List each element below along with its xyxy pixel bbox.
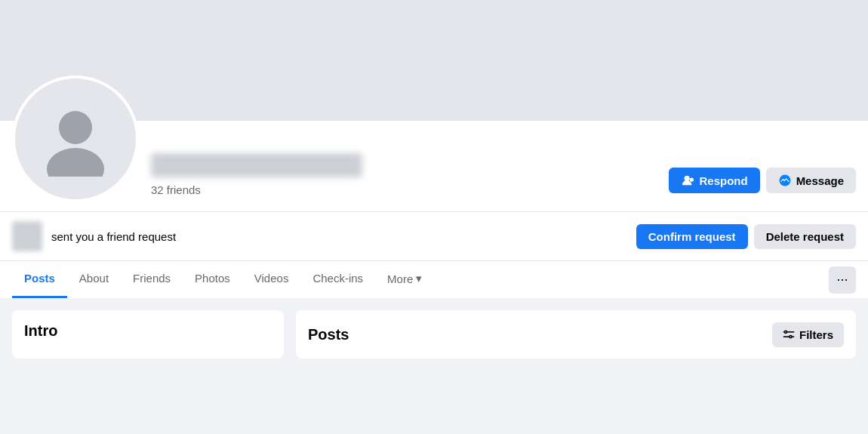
bottom-section: Intro Posts Filters (0, 298, 868, 371)
tab-more[interactable]: More ▾ (375, 261, 434, 298)
avatar-wrapper (12, 75, 139, 202)
request-message: sent you a friend request (51, 230, 176, 243)
respond-label: Respond (699, 174, 747, 187)
nav-tabs: Posts About Friends Photos Videos Check-… (12, 261, 434, 298)
friend-request-banner: sent you a friend request Confirm reques… (0, 211, 868, 260)
profile-name-area: 32 friends (151, 153, 657, 202)
svg-point-0 (59, 111, 92, 144)
request-buttons: Confirm request Delete request (636, 224, 856, 249)
profile-nav: Posts About Friends Photos Videos Check-… (0, 260, 868, 298)
tab-checkins[interactable]: Check-ins (300, 261, 375, 298)
friends-count: 32 friends (151, 183, 657, 196)
posts-card: Posts Filters (296, 310, 856, 359)
chevron-down-icon: ▾ (416, 272, 422, 285)
filters-icon (783, 328, 795, 340)
filters-button[interactable]: Filters (772, 322, 844, 347)
more-label: More (387, 272, 413, 285)
message-button[interactable]: Message (766, 168, 856, 193)
more-options-button[interactable]: ··· (829, 266, 856, 294)
three-dots-icon: ··· (836, 272, 848, 288)
tab-photos[interactable]: Photos (183, 261, 242, 298)
intro-title: Intro (24, 322, 57, 339)
svg-point-9 (790, 336, 792, 338)
avatar-icon (38, 101, 113, 177)
tab-friends[interactable]: Friends (121, 261, 183, 298)
tab-videos[interactable]: Videos (242, 261, 301, 298)
profile-info-row: 32 friends + Respond Message (0, 121, 868, 211)
profile-actions: + Respond Message (669, 168, 856, 202)
tab-posts[interactable]: Posts (12, 261, 67, 298)
respond-button[interactable]: + Respond (669, 168, 759, 193)
delete-request-button[interactable]: Delete request (754, 224, 856, 249)
svg-text:+: + (691, 177, 694, 184)
tab-about[interactable]: About (67, 261, 121, 298)
posts-section-title: Posts (308, 326, 349, 343)
confirm-request-button[interactable]: Confirm request (636, 224, 748, 249)
svg-point-6 (784, 331, 786, 333)
request-text: sent you a friend request (51, 230, 627, 243)
profile-header: 32 friends + Respond Message (0, 0, 868, 298)
message-label: Message (796, 174, 844, 187)
svg-point-2 (685, 176, 690, 181)
svg-point-1 (47, 148, 104, 177)
profile-name-blurred (151, 153, 362, 177)
avatar (12, 75, 139, 202)
request-avatar (12, 221, 42, 251)
respond-icon: + (681, 174, 694, 187)
intro-card: Intro (12, 310, 284, 359)
message-icon (778, 174, 792, 187)
filters-label: Filters (799, 328, 833, 341)
